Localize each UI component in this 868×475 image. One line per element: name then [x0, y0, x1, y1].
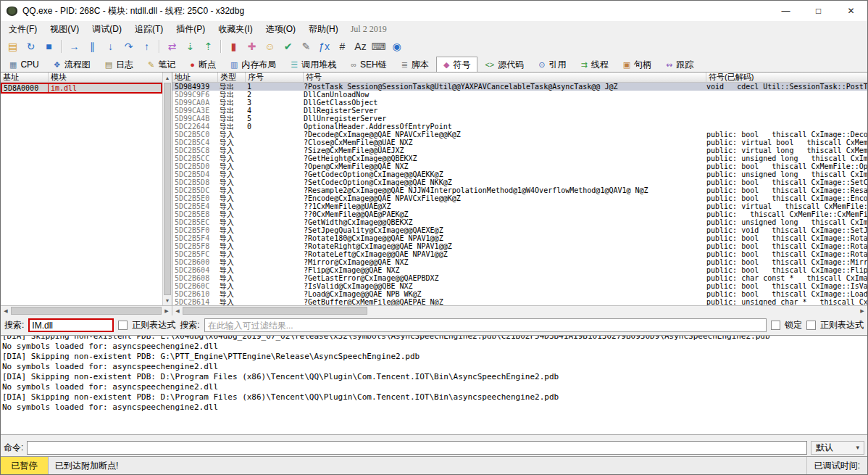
column-header-ordinal[interactable]: 序号	[246, 73, 304, 82]
module-search-input[interactable]	[28, 318, 114, 332]
tab-threads[interactable]: ⇉线程	[573, 57, 615, 72]
bookmarks-icon[interactable]: #	[333, 39, 351, 54]
maximize-button[interactable]: □	[802, 1, 835, 21]
symbol-row[interactable]: 5DC22644导出0OptionalHeader.AddressOfEntry…	[172, 123, 867, 131]
symbol-row[interactable]: 5DC2B5D8导入?SetCodecOption@CxImage@@QAE_N…	[172, 178, 867, 186]
scrollbar-track[interactable]	[11, 306, 162, 315]
scroll-down-icon[interactable]: ▼	[163, 295, 172, 305]
favourites-icon[interactable]: ☺	[261, 39, 279, 54]
shortcuts-icon[interactable]: ⌨	[370, 39, 388, 54]
symbol-row[interactable]: 5D99CA0A导出3DllGetClassObject	[172, 99, 867, 107]
symbol-row[interactable]: 5DC2B5F8导入?RotateRight@CxImage@@QAE_NPAV…	[172, 242, 867, 250]
scroll-left-icon[interactable]: ◀	[1, 306, 11, 315]
tab-log[interactable]: ▤日志	[98, 57, 141, 72]
symbol-row[interactable]: 5DC2B5F4导入?Rotate180@CxImage@@QAE_NPAV1@…	[172, 234, 867, 242]
symbol-row[interactable]: 5D99CA4B导出5DllUnregisterServer	[172, 115, 867, 123]
symbol-row[interactable]: 5DC2B5F0导入?SetJpegQuality@CxImage@@QAEXE…	[172, 226, 867, 234]
symbol-row[interactable]: 5DC2B614导入?GetBuffer@CxMemFile@@QAEPAE_N…	[172, 298, 867, 305]
menu-item[interactable]: 调试(D)	[85, 21, 128, 38]
column-header-symbol[interactable]: 符号	[304, 73, 706, 82]
column-header-type[interactable]: 类型	[218, 73, 246, 82]
module-row[interactable]: 5D8A0000im.dll	[1, 83, 162, 94]
scrollbar-thumb[interactable]	[11, 307, 162, 315]
tab-script[interactable]: ≣脚本	[394, 57, 436, 72]
symbol-row[interactable]: 5DC2B604导入?Flip@CxImage@@QAE_NXZpublic: …	[172, 266, 867, 274]
step-over-icon[interactable]: ↷	[120, 39, 138, 54]
symbol-row[interactable]: 5D984939导出1?PostTask_Session@SessionTask…	[172, 83, 867, 91]
close-process-icon[interactable]: ■	[40, 39, 58, 54]
scrollbar-thumb[interactable]	[183, 307, 367, 315]
module-regex-checkbox[interactable]	[118, 321, 128, 330]
symbol-regex-checkbox[interactable]	[806, 321, 816, 330]
open-file-icon[interactable]: ▤	[4, 39, 22, 54]
symbol-row[interactable]: 5D99C9F6导出2DllCanUnloadNow	[172, 91, 867, 99]
patches-icon[interactable]: ✚	[243, 39, 261, 54]
tab-notes[interactable]: ✎笔记	[141, 57, 183, 72]
command-profile-dropdown[interactable]: 默认 ▾	[811, 441, 864, 455]
symbol-row[interactable]: 5DC2B5DC导入?Resample2@CxImage@@QAE_NJJW4I…	[172, 186, 867, 194]
tab-trace[interactable]: ↭跟踪	[659, 57, 701, 72]
column-header-base[interactable]: 基址	[1, 73, 49, 82]
attach-icon[interactable]: ▮	[225, 39, 243, 54]
step-into-icon[interactable]: ↓	[101, 39, 120, 54]
trace-over-icon[interactable]: ⇡	[199, 39, 217, 54]
tab-symbols[interactable]: ◆符号	[436, 57, 477, 72]
strings-icon[interactable]: Az	[351, 39, 370, 54]
symbol-row[interactable]: 5DC2B5EC导入?GetWidth@CxImage@@QBEKXZpubli…	[172, 218, 867, 226]
tab-handles[interactable]: ▣句柄	[616, 57, 659, 72]
tab-references[interactable]: ⊙引用	[531, 57, 573, 72]
symbol-row[interactable]: 5DC2B5D4导入?GetCodecOption@CxImage@@QAEKK…	[172, 170, 867, 178]
settings-icon[interactable]: ◉	[388, 39, 406, 54]
scroll-up-icon[interactable]: ▲	[163, 73, 172, 83]
symbol-row[interactable]: 5DC2B5D0导入?Open@CxMemFile@@QAE_NXZpublic…	[172, 162, 867, 170]
symbol-row[interactable]: 5DC2B5C4导入?Close@CxMemFile@@UAE_NXZpubli…	[172, 139, 867, 146]
modules-vertical-scrollbar[interactable]: ▲ ▼	[162, 73, 172, 305]
tab-call-stack[interactable]: ☰调用堆栈	[283, 57, 343, 72]
functions-icon[interactable]: ƒx	[315, 39, 333, 54]
symbol-row[interactable]: 5DC2B5E0导入?Encode@CxImage@@QAE_NPAVCxFil…	[172, 194, 867, 202]
column-header-address[interactable]: 地址	[172, 73, 218, 82]
lock-checkbox[interactable]	[771, 321, 780, 330]
symbol-row[interactable]: 5DC2B60C导入?IsValid@CxImage@@QBE_NXZpubli…	[172, 282, 867, 290]
scrollbar-thumb[interactable]	[164, 83, 171, 295]
symbol-row[interactable]: 5DC2B600导入?Mirror@CxImage@@QAE_NXZpublic…	[172, 258, 867, 266]
symbol-search-input[interactable]	[204, 318, 767, 332]
symbol-row[interactable]: 5DC2B5C0导入?Decode@CxImage@@QAE_NPAVCxFil…	[172, 131, 867, 139]
menu-item[interactable]: 选项(O)	[259, 21, 302, 38]
menu-item[interactable]: 视图(V)	[43, 21, 85, 38]
modules-horizontal-scrollbar[interactable]: ◀ ▶	[1, 306, 172, 315]
symbol-row[interactable]: 5DC2B5FC导入?RotateLeft@CxImage@@QAE_NPAV1…	[172, 250, 867, 258]
comments-icon[interactable]: ✔	[279, 39, 297, 54]
tab-source[interactable]: <>源代码	[477, 57, 531, 72]
menu-item[interactable]: 收藏夹(I)	[212, 21, 259, 38]
tab-breakpoints[interactable]: ●断点	[183, 57, 223, 72]
labels-icon[interactable]: ✎	[297, 39, 315, 54]
symbol-row[interactable]: 5DC2B5CC导入?GetHeight@CxImage@@QBEKXZpubl…	[172, 154, 867, 162]
symbols-horizontal-scrollbar[interactable]: ◀ ▶	[172, 306, 867, 315]
minimize-button[interactable]: —	[769, 1, 802, 21]
close-button[interactable]: ✕	[835, 1, 867, 21]
tab-memory-map[interactable]: ▥内存布局	[223, 57, 283, 72]
scrollbar-track[interactable]	[163, 83, 172, 295]
tab-cpu[interactable]: ▦CPU	[2, 57, 46, 72]
run-icon[interactable]: →	[65, 39, 83, 54]
trace-into-icon[interactable]: ⇣	[181, 39, 199, 54]
symbol-row[interactable]: 5DC2B610导入?Load@CxImage@@QAE_NPB_WK@Zpub…	[172, 290, 867, 298]
symbol-row[interactable]: 5DC2B5E8导入??0CxMemFile@@QAE@PAEK@Zpublic…	[172, 210, 867, 218]
menu-item[interactable]: 帮助(H)	[302, 21, 345, 38]
pause-icon[interactable]: ∥	[83, 39, 101, 54]
tab-seh[interactable]: ∞SEH链	[343, 57, 394, 72]
column-header-symbol-undecorated[interactable]: 符号(已解码)	[706, 73, 867, 82]
symbol-row[interactable]: 5DC2B5E4导入??1CxMemFile@@UAE@XZpublic: vi…	[172, 202, 867, 210]
menu-item[interactable]: 文件(F)	[2, 21, 43, 38]
tab-graph[interactable]: ❖流程图	[46, 57, 98, 72]
scrollbar-track[interactable]	[183, 306, 857, 315]
scroll-right-icon[interactable]: ▶	[857, 306, 867, 315]
restart-icon[interactable]: ↻	[22, 39, 40, 54]
menu-item[interactable]: 追踪(T)	[128, 21, 170, 38]
scroll-left-icon[interactable]: ◀	[172, 306, 183, 315]
menu-item[interactable]: 插件(P)	[170, 21, 212, 38]
symbol-row[interactable]: 5D99CA3E导出4DllRegisterServer	[172, 107, 867, 115]
symbol-row[interactable]: 5DC2B608导入?GetLastError@CxImage@@QAEPBDX…	[172, 274, 867, 282]
run-to-user-code-icon[interactable]: ⇄	[163, 39, 181, 54]
